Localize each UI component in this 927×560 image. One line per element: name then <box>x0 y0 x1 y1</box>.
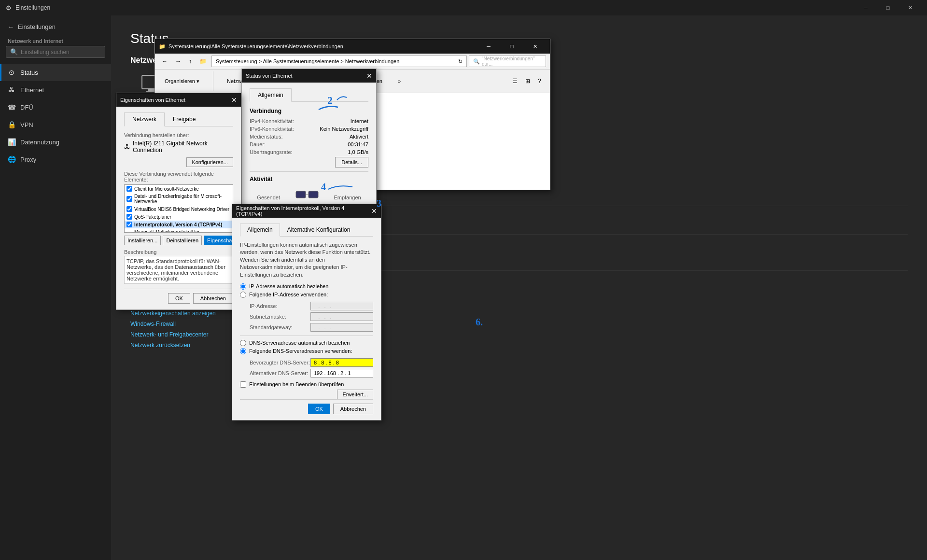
deinstall-button[interactable]: Deinstallieren <box>163 236 202 245</box>
sidebar-item-label: Datennutzung <box>20 139 59 146</box>
duration-label: Dauer: <box>250 141 266 147</box>
configure-button[interactable]: Konfigurieren... <box>186 157 233 167</box>
list-item-3[interactable]: QoS-Paketplaner <box>125 213 233 221</box>
ribbon-separator <box>213 71 213 91</box>
search-input[interactable] <box>21 49 101 56</box>
tcp-properties-dialog[interactable]: Eigenschaften von Internetprotokoll, Ver… <box>232 204 381 420</box>
cp-search-box[interactable]: 🔍 "Netzwerkverbindungen" dur... <box>469 56 546 67</box>
minimize-button[interactable]: ─ <box>855 0 877 15</box>
eth-tab-allgemein[interactable]: Allgemein <box>250 88 292 102</box>
eth-status-close-button[interactable]: ✕ <box>366 72 372 80</box>
detail-view-button[interactable]: ⊞ <box>522 76 533 86</box>
list-item-2[interactable]: VirtualBox NDIS6 Bridged Networking Driv… <box>125 205 233 213</box>
tcp-cancel-button[interactable]: Abbrechen <box>333 404 373 414</box>
sidebar-item-status[interactable]: ⊙ Status <box>0 64 111 81</box>
checkbox-5[interactable] <box>126 232 132 233</box>
cp-title-text: Systemsteuerung\Alle Systemsteuerungsele… <box>169 43 343 49</box>
cp-back-button[interactable]: ← <box>159 56 170 66</box>
list-item-0[interactable]: Client für Microsoft-Netzwerke <box>125 185 233 193</box>
validate-row: Einstellungen beim Beenden überprüfen <box>240 381 373 388</box>
help-button[interactable]: ? <box>535 76 544 86</box>
item-label-5: Microsoft-Multiplexprotokoll für Netzwer… <box>134 229 231 233</box>
ethernet-properties-dialog[interactable]: Eigenschaften von Ethernet ✕ Netzwerk Fr… <box>116 93 241 310</box>
install-button[interactable]: Installieren... <box>124 236 161 245</box>
checkbox-1[interactable] <box>126 196 132 202</box>
sidebar-item-proxy[interactable]: 🌐 Proxy <box>0 151 111 168</box>
list-item-1[interactable]: Datei- und Druckerfreigabe für Microsoft… <box>125 193 233 205</box>
sidebar-back-button[interactable]: ← Einstellungen <box>0 19 111 34</box>
list-item-5[interactable]: Microsoft-Multiplexprotokoll für Netzwer… <box>125 228 233 233</box>
ipv6-row: IPv6-Konnektivität: Kein Netzwerkzugriff <box>250 126 368 132</box>
validate-label: Einstellungen beim Beenden überprüfen <box>249 381 344 387</box>
tcp-tab-alternative[interactable]: Alternative Konfiguration <box>280 224 358 236</box>
list-item-4[interactable]: Internetprotokoll, Version 4 (TCP/IPv4) <box>125 221 233 228</box>
elements-label: Diese Verbindung verwendet folgende Elem… <box>124 171 233 182</box>
sidebar-item-ethernet[interactable]: 🖧 Ethernet <box>0 81 111 98</box>
props-cancel-button[interactable]: Abbrechen <box>193 293 233 304</box>
props-tab-netzwerk[interactable]: Netzwerk <box>124 112 165 126</box>
desc-text: TCP/IP, das Standardprotokoll für WAN-Ne… <box>126 258 225 281</box>
gateway-input[interactable] <box>310 323 373 332</box>
tcp-close-button[interactable]: ✕ <box>371 207 377 215</box>
more-button[interactable]: » <box>394 76 405 86</box>
validate-checkbox[interactable] <box>240 381 246 388</box>
tcp-ok-buttons: OK Abbrechen <box>240 399 373 414</box>
cp-forward-button[interactable]: → <box>172 56 184 66</box>
props-close-button[interactable]: ✕ <box>231 96 237 104</box>
ip-manual-radio[interactable] <box>240 292 246 298</box>
cp-up-button[interactable]: ↑ <box>186 56 195 66</box>
ethernet-icon: 🖧 <box>8 86 15 94</box>
tcp-tab-allgemein[interactable]: Allgemein <box>240 224 280 237</box>
preferred-dns-label: Bevorzugter DNS-Server: <box>250 360 310 365</box>
sidebar-item-label: Status <box>20 69 38 76</box>
close-button[interactable]: ✕ <box>899 0 921 15</box>
maximize-button[interactable]: □ <box>877 0 899 15</box>
props-tab-freigabe[interactable]: Freigabe <box>165 112 204 126</box>
sidebar-back-label: Einstellungen <box>18 23 56 30</box>
dns-auto-label: DNS-Serveradresse automatisch beziehen <box>249 340 350 346</box>
checkbox-3[interactable] <box>126 214 132 220</box>
item-label-2: VirtualBox NDIS6 Bridged Networking Driv… <box>134 207 229 212</box>
details-button[interactable]: Details... <box>335 157 368 168</box>
conn-via-text: Intel(R) I211 Gigabit Network Connection <box>133 140 233 154</box>
checkbox-2[interactable] <box>126 206 132 212</box>
speed-value: 1,0 GB/s <box>348 149 368 155</box>
sidebar-item-dfu[interactable]: ☎ DFÜ <box>0 98 111 116</box>
sidebar-item-datennutzung[interactable]: 📊 Datennutzung <box>0 133 111 151</box>
checkbox-4[interactable] <box>126 222 132 227</box>
preferred-dns-input[interactable] <box>310 358 373 367</box>
sent-label: Gesendet <box>257 195 280 200</box>
advanced-button[interactable]: Erweitert... <box>337 390 373 399</box>
media-row: Medienstatus: Aktiviert <box>250 134 368 140</box>
ip-auto-radio[interactable] <box>240 283 246 290</box>
cp-minimize-button[interactable]: ─ <box>478 39 500 54</box>
props-ok-button[interactable]: OK <box>168 293 190 304</box>
sidebar-item-label: Ethernet <box>20 86 44 94</box>
refresh-icon: ↻ <box>458 58 463 65</box>
tcp-ok-button[interactable]: OK <box>308 404 330 414</box>
ip-address-input[interactable] <box>310 302 373 310</box>
sidebar-item-vpn[interactable]: 🔒 VPN <box>0 116 111 133</box>
organise-button[interactable]: Organisieren ▾ <box>161 76 203 86</box>
address-text: Systemsteuerung > Alle Systemsteuerungse… <box>216 58 399 64</box>
cp-address-bar[interactable]: Systemsteuerung > Alle Systemsteuerungse… <box>211 56 467 67</box>
alt-dns-input[interactable] <box>310 369 373 378</box>
dns-auto-row: DNS-Serveradresse automatisch beziehen <box>240 340 373 346</box>
elements-listbox[interactable]: Client für Microsoft-Netzwerke Datei- un… <box>124 184 233 233</box>
view-controls: ☰ ⊞ ? <box>509 76 544 86</box>
props-title: Eigenschaften von Ethernet <box>120 97 185 103</box>
subnet-input[interactable] <box>310 312 373 321</box>
cp-controls: ─ □ ✕ <box>478 39 546 54</box>
cp-folder-button[interactable]: 📁 <box>197 56 210 66</box>
sidebar-search-box[interactable]: 🔍 <box>6 46 105 58</box>
titlebar-title: Einstellungen <box>15 4 50 11</box>
dns-auto-radio[interactable] <box>240 340 246 346</box>
subnet-row: Subnetzmaske: <box>250 312 373 321</box>
ip-auto-row: IP-Adresse automatisch beziehen <box>240 283 373 290</box>
dns-manual-radio[interactable] <box>240 348 246 354</box>
cp-close-button[interactable]: ✕ <box>524 39 546 54</box>
cp-maximize-button[interactable]: □ <box>501 39 523 54</box>
list-view-button[interactable]: ☰ <box>509 76 520 86</box>
tcp-tab-bar: Allgemein Alternative Konfiguration <box>240 224 373 237</box>
checkbox-0[interactable] <box>126 186 132 192</box>
